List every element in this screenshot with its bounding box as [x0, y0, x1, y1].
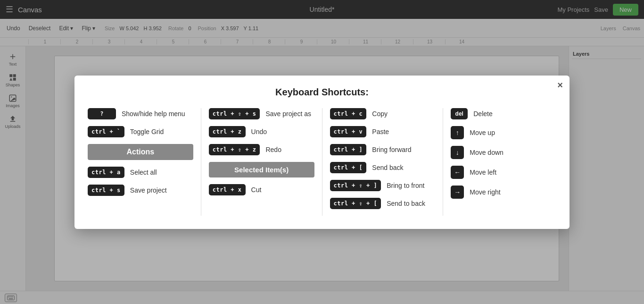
shortcut-delete: del Delete — [451, 108, 556, 119]
actions-section-header: Actions — [88, 144, 193, 160]
kbd-grid: ctrl + ` — [88, 126, 124, 137]
kbd-bring-forward: ctrl + ] — [330, 144, 367, 155]
label-copy: Copy — [372, 110, 388, 118]
kbd-paste: ctrl + v — [330, 126, 367, 137]
kbd-bring-front: ctrl + ⇧ + ] — [330, 180, 381, 191]
shortcut-move-right: → Move right — [451, 186, 556, 199]
label-send-back-full: Send to back — [387, 200, 425, 207]
label-redo: Redo — [265, 146, 281, 153]
shortcut-save-as: ctrl + ⇧ + s Save project as — [209, 108, 314, 119]
shortcut-cut: ctrl + x Cut — [209, 184, 314, 195]
shortcuts-col-general: ? Show/hide help menu ctrl + ` Toggle Gr… — [88, 108, 201, 216]
kbd-right-arrow: → — [451, 186, 464, 199]
label-save-as: Save project as — [265, 110, 311, 118]
label-grid: Toggle Grid — [130, 128, 164, 135]
shortcut-move-down: ↓ Move down — [451, 146, 556, 159]
label-cut: Cut — [251, 186, 262, 194]
shortcut-send-back: ctrl + [ Send back — [330, 162, 436, 173]
shortcut-send-back-full: ctrl + ⇧ + [ Send to back — [330, 198, 436, 209]
label-move-left: Move left — [470, 169, 496, 176]
label-paste: Paste — [372, 128, 389, 135]
modal-close-button[interactable]: × — [557, 80, 563, 90]
label-help: Show/hide help menu — [122, 110, 185, 118]
modal-title: Keyboard Shortcuts: — [88, 87, 556, 98]
kbd-undo: ctrl + z — [209, 126, 246, 137]
kbd-help: ? — [88, 108, 116, 119]
shortcut-bring-forward: ctrl + ] Bring forward — [330, 144, 436, 155]
shortcut-save: ctrl + s Save project — [88, 185, 193, 196]
kbd-copy: ctrl + c — [330, 108, 367, 119]
shortcuts-col-arrows: del Delete ↑ Move up ↓ Move down ← Move … — [443, 108, 556, 216]
shortcut-move-left: ← Move left — [451, 166, 556, 179]
label-undo: Undo — [251, 128, 267, 135]
label-bring-front: Bring to front — [387, 182, 424, 189]
kbd-save-as: ctrl + ⇧ + s — [209, 108, 260, 119]
label-move-down: Move down — [470, 149, 504, 156]
label-bring-forward: Bring forward — [372, 146, 411, 153]
kbd-send-back: ctrl + [ — [330, 162, 367, 173]
kbd-left-arrow: ← — [451, 166, 464, 179]
kbd-cut: ctrl + x — [209, 184, 246, 195]
selected-items-header: Selected Item(s) — [209, 162, 314, 177]
shortcut-copy: ctrl + c Copy — [330, 108, 436, 119]
shortcuts-modal: × Keyboard Shortcuts: ? Show/hide help m… — [74, 76, 570, 229]
kbd-up-arrow: ↑ — [451, 126, 464, 139]
shortcut-grid: ctrl + ` Toggle Grid — [88, 126, 193, 137]
kbd-save: ctrl + s — [88, 185, 124, 196]
kbd-redo: ctrl + ⇧ + z — [209, 144, 260, 155]
label-move-up: Move up — [470, 129, 495, 136]
shortcuts-grid: ? Show/hide help menu ctrl + ` Toggle Gr… — [88, 108, 556, 216]
shortcut-help: ? Show/hide help menu — [88, 108, 193, 119]
shortcut-paste: ctrl + v Paste — [330, 126, 436, 137]
shortcut-select-all: ctrl + a Select all — [88, 167, 193, 178]
shortcuts-col-file: ctrl + ⇧ + s Save project as ctrl + z Un… — [201, 108, 322, 216]
label-delete: Delete — [473, 110, 492, 118]
label-select-all: Select all — [130, 169, 157, 176]
label-save: Save project — [130, 186, 167, 194]
shortcut-undo: ctrl + z Undo — [209, 126, 314, 137]
label-move-right: Move right — [470, 188, 500, 196]
kbd-send-back-full: ctrl + ⇧ + [ — [330, 198, 381, 209]
shortcut-move-up: ↑ Move up — [451, 126, 556, 139]
label-send-back: Send back — [372, 164, 403, 171]
modal-overlay: × Keyboard Shortcuts: ? Show/hide help m… — [0, 0, 644, 304]
kbd-select-all: ctrl + a — [88, 167, 124, 178]
shortcut-bring-front: ctrl + ⇧ + ] Bring to front — [330, 180, 436, 191]
kbd-delete: del — [451, 108, 468, 119]
shortcut-redo: ctrl + ⇧ + z Redo — [209, 144, 314, 155]
kbd-down-arrow: ↓ — [451, 146, 464, 159]
shortcuts-col-clipboard: ctrl + c Copy ctrl + v Paste ctrl + ] Br… — [322, 108, 444, 216]
